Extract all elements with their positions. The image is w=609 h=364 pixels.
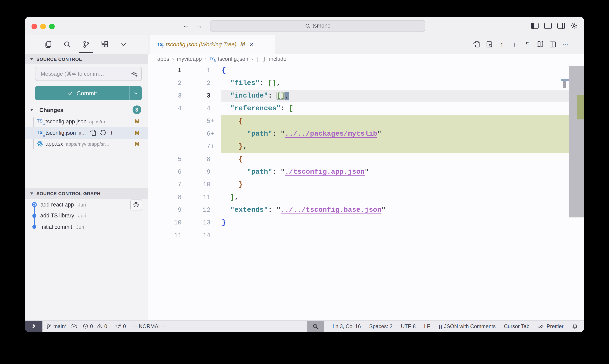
problems-status-item[interactable]: 0 0	[82, 323, 107, 329]
breadcrumb-item[interactable]: tsconfig.json	[218, 56, 248, 62]
indentation-item[interactable]: Spaces: 2	[369, 323, 393, 329]
code-text[interactable]: "files": [],	[221, 77, 584, 90]
forward-icon[interactable]: →	[195, 21, 203, 30]
new-line-number: 11	[181, 191, 210, 204]
code-line[interactable]: 710 }	[148, 179, 584, 191]
code-text[interactable]: "include": [],	[221, 90, 584, 102]
open-review-icon[interactable]	[485, 40, 493, 48]
back-icon[interactable]: ←	[182, 21, 190, 30]
gutter-separator	[210, 217, 221, 229]
command-center-search[interactable]: tsmono	[210, 20, 425, 32]
path-link[interactable]: ../../tsconfig.base.json	[281, 206, 381, 214]
open-changes-icon[interactable]	[472, 40, 480, 48]
tab-tsconfig-working-tree[interactable]: TS tsconfig.json (Working Tree) M ×	[149, 35, 275, 53]
toggle-panel-icon[interactable]	[544, 23, 552, 29]
changed-file-row[interactable]: TS tsconfig.json a… + M	[25, 127, 148, 139]
encoding-item[interactable]: UTF-8	[401, 323, 416, 329]
settings-gear-icon[interactable]	[570, 22, 578, 29]
source-control-icon[interactable]	[82, 40, 90, 48]
eol-item[interactable]: LF	[424, 323, 430, 329]
cursor-tab-item[interactable]: Cursor Tab	[504, 323, 530, 329]
zoom-indicator-button[interactable]	[307, 321, 324, 332]
cursor-position-item[interactable]: Ln 3, Col 16	[333, 323, 361, 329]
next-change-icon[interactable]: ↓	[511, 40, 518, 48]
changes-section-header[interactable]: ▼ Changes 3	[25, 105, 148, 115]
split-editor-icon[interactable]	[549, 40, 557, 48]
breadcrumb: apps › myviteapp › TS tsconfig.json › [ …	[148, 53, 584, 64]
code-line[interactable]: 811 ],	[148, 191, 584, 204]
code-line[interactable]: 7+ },	[148, 141, 584, 153]
formatter-item[interactable]: Prettier	[538, 323, 563, 329]
branch-status-item[interactable]: main*	[46, 323, 77, 329]
notifications-bell-icon[interactable]	[572, 323, 584, 329]
extensions-icon[interactable]	[101, 40, 108, 48]
code-text[interactable]: "extends": "../../tsconfig.base.json"	[221, 204, 584, 217]
close-window-button[interactable]	[31, 23, 37, 29]
code-line[interactable]: 11{	[148, 64, 584, 77]
remote-indicator-button[interactable]	[25, 321, 42, 332]
code-text[interactable]: {	[221, 115, 584, 128]
goto-current-commit-icon[interactable]	[130, 199, 142, 210]
code-text[interactable]: {	[221, 64, 584, 77]
breadcrumb-item[interactable]: include	[269, 56, 286, 62]
breadcrumb-item[interactable]: myviteapp	[177, 56, 202, 62]
more-actions-icon[interactable]: ⋯	[561, 40, 569, 48]
minimize-window-button[interactable]	[40, 23, 46, 29]
more-views-chevron-icon[interactable]	[119, 40, 127, 48]
source-control-graph-header[interactable]: ▼ SOURCE CONTROL GRAPH	[25, 188, 148, 199]
code-text[interactable]: ],	[221, 191, 584, 204]
discard-changes-icon[interactable]	[100, 130, 106, 136]
editor-actions: ↑ ↓ ¶ ⋯	[472, 35, 584, 53]
code-line[interactable]: 58 {	[148, 153, 584, 166]
toggle-secondary-sidebar-icon[interactable]	[557, 23, 565, 29]
code-text[interactable]: "references": [	[221, 102, 584, 115]
code-line[interactable]: 33 "include": [],	[148, 90, 584, 102]
code-text[interactable]	[221, 229, 584, 242]
search-view-icon[interactable]	[63, 40, 71, 48]
changed-file-row[interactable]: TS tsconfig.app.json apps/m… M	[25, 116, 148, 127]
code-line[interactable]: 5+ {	[148, 115, 584, 128]
commit-button[interactable]: Commit	[35, 86, 142, 100]
code-token: [	[289, 104, 293, 112]
code-text[interactable]: }	[221, 179, 584, 191]
code-line[interactable]: 69 "path": "./tsconfig.app.json"	[148, 166, 584, 179]
sparkle-icon[interactable]	[131, 71, 138, 78]
commit-row[interactable]: Initial commit Juri	[25, 221, 148, 233]
close-icon[interactable]: ×	[249, 41, 253, 48]
code-line[interactable]: 44 "references": [	[148, 102, 584, 115]
code-line[interactable]: 1013}	[148, 217, 584, 229]
explorer-icon[interactable]	[44, 40, 52, 48]
code-editor[interactable]: 11{22 "files": [],33 "include": [],44 "r…	[148, 64, 584, 242]
code-line[interactable]: 912 "extends": "../../tsconfig.base.json…	[148, 204, 584, 217]
code-text[interactable]: },	[221, 141, 584, 153]
path-link[interactable]: ../../packages/mytslib	[285, 130, 377, 138]
maximize-window-button[interactable]	[49, 23, 54, 29]
ports-status-item[interactable]: 0	[115, 323, 126, 329]
language-mode-item[interactable]: {} JSON with Comments	[438, 323, 495, 329]
map-icon[interactable]	[536, 40, 544, 48]
toggle-whitespace-icon[interactable]: ¶	[523, 40, 531, 48]
open-file-icon[interactable]	[90, 130, 96, 136]
old-line-number: 9	[148, 204, 181, 217]
code-line[interactable]: 1114	[148, 229, 584, 242]
previous-change-icon[interactable]: ↑	[498, 40, 506, 48]
commit-dropdown-button[interactable]	[129, 86, 142, 100]
stage-changes-icon[interactable]: +	[110, 131, 114, 135]
code-line[interactable]: 22 "files": [],	[148, 77, 584, 90]
code-text[interactable]: "path": "./tsconfig.app.json"	[221, 166, 584, 179]
commit-message-input[interactable]	[40, 70, 128, 78]
editor-scrollbar[interactable]	[569, 66, 584, 217]
code-text[interactable]: "path": "../../packages/mytslib"	[221, 128, 584, 141]
vim-mode-indicator[interactable]: -- NORMAL --	[134, 323, 166, 329]
source-control-section-header[interactable]: ▼ SOURCE CONTROL	[25, 53, 148, 64]
breadcrumb-item[interactable]: apps	[157, 56, 169, 62]
commit-row[interactable]: add TS library Juri	[25, 210, 148, 221]
commit-row[interactable]: add react app Juri	[25, 199, 148, 210]
code-text[interactable]: }	[221, 217, 584, 229]
changed-file-row[interactable]: app.tsx apps/myviteapp/sr… M	[25, 139, 148, 150]
path-link[interactable]: ./tsconfig.app.json	[285, 168, 365, 176]
modified-status-badge: M	[135, 119, 139, 125]
toggle-primary-sidebar-icon[interactable]	[531, 23, 539, 29]
code-line[interactable]: 6+ "path": "../../packages/mytslib"	[148, 128, 584, 141]
code-text[interactable]: {	[221, 153, 584, 166]
